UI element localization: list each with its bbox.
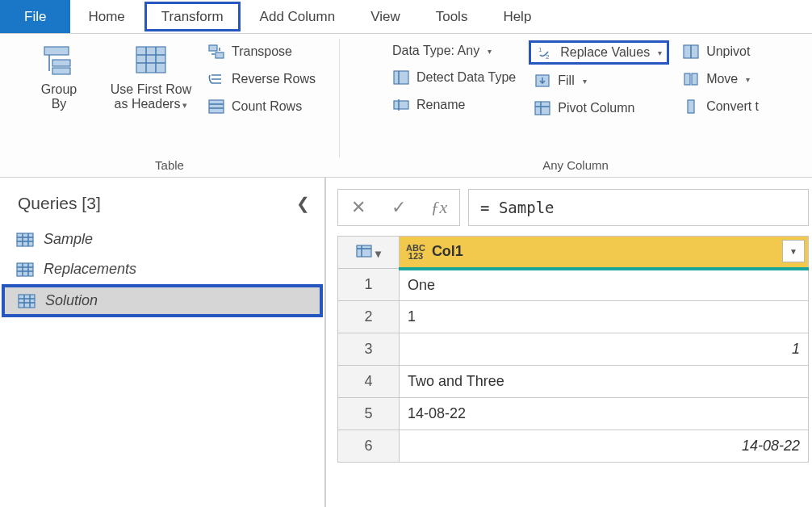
cell[interactable]: One <box>400 269 809 301</box>
svg-rect-26 <box>692 73 697 85</box>
column-filter-button[interactable]: ▼ <box>782 240 805 262</box>
tab-tools[interactable]: Tools <box>418 0 486 33</box>
cell[interactable]: 1 <box>400 333 809 366</box>
svg-rect-13 <box>394 71 408 84</box>
formula-bar: ✕ ✓ ƒx = Sample <box>337 189 809 226</box>
ribbon: Group By Use First Row as Headers▾ Trans… <box>0 34 812 178</box>
chevron-down-icon: ▾ <box>182 100 187 110</box>
convert-button[interactable]: Convert t <box>682 98 759 115</box>
use-first-row-button[interactable]: Use First Row as Headers▾ <box>103 39 199 111</box>
table-row: 5 14-08-22 <box>338 398 809 430</box>
query-item-solution[interactable]: Solution <box>2 284 323 317</box>
tab-view[interactable]: View <box>353 0 418 33</box>
svg-rect-2 <box>52 68 70 74</box>
chevron-down-icon: ▾ <box>658 48 662 57</box>
tab-file[interactable]: File <box>0 0 70 33</box>
svg-rect-10 <box>209 100 224 113</box>
unpivot-label: Unpivot <box>706 44 750 59</box>
svg-rect-0 <box>44 47 69 55</box>
group-by-icon <box>41 42 77 78</box>
svg-rect-43 <box>357 245 371 257</box>
svg-rect-1 <box>52 60 70 66</box>
rename-label: Rename <box>416 98 465 112</box>
ribbon-group-table-label: Table <box>155 155 184 174</box>
row-number[interactable]: 5 <box>338 398 400 430</box>
query-item-replacements[interactable]: Replacements <box>0 254 324 284</box>
cell[interactable]: Two and Three <box>400 366 809 398</box>
cancel-formula-button[interactable]: ✕ <box>338 197 379 218</box>
detect-data-type-label: Detect Data Type <box>416 70 516 85</box>
transpose-button[interactable]: Transpose <box>207 44 316 60</box>
reverse-rows-label: Reverse Rows <box>232 72 316 86</box>
table-headers-icon <box>133 42 169 78</box>
cell[interactable]: 1 <box>400 301 809 333</box>
pivot-icon <box>534 100 551 116</box>
collapse-pane-button[interactable]: ❮ <box>296 194 310 213</box>
query-item-sample[interactable]: Sample <box>0 224 324 254</box>
table-row: 3 1 <box>338 333 809 366</box>
table-icon <box>16 233 34 247</box>
column-name: Col1 <box>432 243 463 260</box>
pivot-column-label: Pivot Column <box>558 101 634 115</box>
tab-add-column[interactable]: Add Column <box>242 0 354 33</box>
fill-button[interactable]: Fill ▾ <box>534 73 664 89</box>
svg-rect-9 <box>216 52 224 58</box>
count-rows-icon <box>207 98 225 115</box>
column-header-col1[interactable]: ABC123 Col1 ▼ <box>400 237 809 269</box>
move-button[interactable]: Move ▾ <box>682 71 759 87</box>
group-by-label: Group By <box>41 82 77 111</box>
ribbon-group-any-column-label: Any Column <box>542 155 609 174</box>
data-grid: ▾ ABC123 Col1 ▼ 1 One 2 1 <box>337 236 809 463</box>
query-label: Replacements <box>44 261 136 278</box>
queries-pane: Queries [3] ❮ Sample Replacements Soluti… <box>0 178 326 507</box>
pivot-column-button[interactable]: Pivot Column <box>534 100 664 116</box>
row-number[interactable]: 6 <box>338 430 400 463</box>
grid-corner-menu[interactable]: ▾ <box>338 237 400 269</box>
svg-rect-20 <box>535 102 550 115</box>
rename-icon <box>392 97 410 113</box>
svg-rect-3 <box>136 47 165 73</box>
replace-values-button[interactable]: 12 Replace Values ▾ <box>529 40 669 65</box>
tab-help[interactable]: Help <box>485 0 549 33</box>
chevron-down-icon: ▾ <box>488 47 492 56</box>
cell[interactable]: 14-08-22 <box>400 398 809 430</box>
content-pane: ✕ ✓ ƒx = Sample ▾ ABC123 Col1 ▼ <box>326 178 812 507</box>
detect-data-type-button[interactable]: Detect Data Type <box>392 69 516 86</box>
table-row: 6 14-08-22 <box>338 430 809 463</box>
detect-type-icon <box>392 69 410 86</box>
row-number[interactable]: 2 <box>338 301 400 333</box>
count-rows-button[interactable]: Count Rows <box>207 98 316 115</box>
group-by-button[interactable]: Group By <box>23 39 94 111</box>
commit-formula-button[interactable]: ✓ <box>379 197 419 218</box>
transpose-icon <box>207 44 225 60</box>
table-icon <box>18 294 36 308</box>
data-type-button[interactable]: Data Type: Any ▾ <box>392 44 516 58</box>
svg-text:1: 1 <box>538 46 542 53</box>
chevron-down-icon: ▾ <box>583 77 587 86</box>
rename-button[interactable]: Rename <box>392 97 516 113</box>
reverse-rows-button[interactable]: Reverse Rows <box>207 71 316 87</box>
query-label: Solution <box>45 292 98 309</box>
move-label: Move <box>706 72 738 86</box>
ribbon-group-table: Group By Use First Row as Headers▾ Trans… <box>0 34 339 177</box>
convert-label: Convert t <box>706 99 759 114</box>
table-row: 1 One <box>338 269 809 301</box>
row-number[interactable]: 4 <box>338 366 400 398</box>
svg-rect-28 <box>17 233 33 246</box>
table-row: 4 Two and Three <box>338 366 809 398</box>
row-number[interactable]: 3 <box>338 333 400 366</box>
replace-values-icon: 12 <box>536 44 554 61</box>
row-number[interactable]: 1 <box>338 269 400 301</box>
tab-transform[interactable]: Transform <box>144 2 241 31</box>
main-area: Queries [3] ❮ Sample Replacements Soluti… <box>0 178 812 507</box>
formula-input[interactable]: = Sample <box>468 189 809 226</box>
cell[interactable]: 14-08-22 <box>400 430 809 463</box>
transpose-label: Transpose <box>232 44 292 59</box>
queries-title: Queries [3] <box>18 194 101 213</box>
ribbon-group-any-column: Data Type: Any ▾ Detect Data Type Rename… <box>339 34 812 177</box>
replace-values-label: Replace Values <box>560 45 650 60</box>
formula-actions: ✕ ✓ ƒx <box>337 189 460 226</box>
tab-home[interactable]: Home <box>70 0 142 33</box>
unpivot-button[interactable]: Unpivot <box>682 44 759 60</box>
table-row: 2 1 <box>338 301 809 333</box>
